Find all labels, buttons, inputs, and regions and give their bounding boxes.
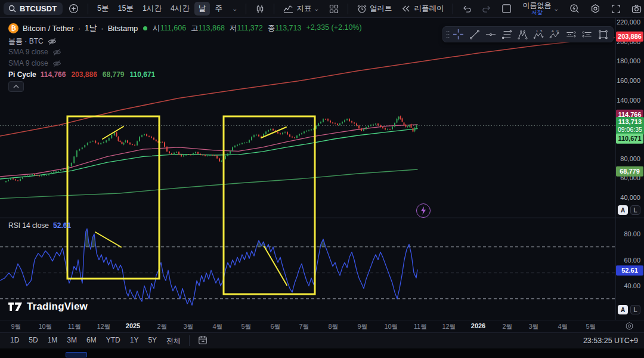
replay-button[interactable]: 리플레이 — [398, 2, 448, 16]
tool-long-position[interactable] — [563, 27, 579, 42]
log-scale-button[interactable]: L — [630, 205, 640, 215]
time-axis-label: 7월 — [299, 322, 309, 331]
range-button-6[interactable]: 1Y — [126, 334, 143, 348]
toolbar-separator — [453, 4, 453, 14]
range-button-5[interactable]: YTD — [102, 334, 125, 348]
indicators-button[interactable]: 지표 ⌄ — [279, 2, 323, 16]
tool-rectangle[interactable] — [595, 27, 611, 42]
layout-select-button[interactable] — [497, 2, 516, 16]
indicator-row-sma2[interactable]: SMA 9 close — [8, 59, 61, 67]
log-scale-button[interactable]: L — [630, 305, 640, 314]
ohlc-label: 시 — [153, 24, 160, 32]
calendar-go-icon — [198, 335, 208, 345]
badge-price: 68,779 — [618, 167, 642, 175]
interval-button-4[interactable]: 날 — [194, 2, 210, 16]
tool-pitchfork[interactable] — [515, 27, 531, 42]
rsi-tick: 60.00 — [624, 257, 640, 264]
chart-style-button[interactable] — [251, 2, 269, 16]
drawing-trendline-4[interactable] — [264, 246, 287, 285]
range-button-8[interactable]: 전체 — [162, 334, 185, 348]
clock[interactable]: 23:53:25 UTC+9 — [583, 337, 638, 345]
tool-horizontal-line[interactable] — [482, 27, 499, 42]
tool-abc-pattern[interactable]: AC — [547, 27, 563, 42]
symbol-legend[interactable]: ₿ Bitcoin / Tether · 1날 · Bitstamp 시111,… — [8, 23, 362, 33]
interval-button-0[interactable]: 5분 — [93, 2, 113, 16]
range-button-3[interactable]: 3M — [63, 334, 81, 348]
range-button-1[interactable]: 5D — [24, 334, 42, 348]
rsi-tick: 40.00 — [624, 282, 640, 289]
boost-lightning-icon[interactable] — [416, 203, 431, 218]
chart-canvas[interactable] — [0, 0, 644, 358]
redo-button[interactable] — [478, 3, 496, 14]
alert-button[interactable]: 얼러트 — [353, 2, 397, 16]
tradingview-logo[interactable]: TradingView — [8, 301, 88, 313]
time-axis-label: 9월 — [357, 322, 367, 331]
layout-grid-button[interactable] — [325, 2, 343, 16]
indicator-row-pi-cycle[interactable]: Pi Cycle 114,766203,88668,779110,671 — [8, 70, 155, 79]
interval-button-1[interactable]: 15분 — [114, 2, 138, 16]
price-badge-ref-light-green[interactable]: 110,671 — [616, 134, 643, 144]
layout-name-button[interactable]: 이름없음 저장 ⌄ — [518, 0, 563, 17]
price-tick: 220,000 — [617, 18, 640, 26]
price-badge-pi-upper[interactable]: 203,886 — [616, 32, 643, 42]
time-axis-label: 5월 — [241, 322, 251, 331]
ohlc-label: 종 — [268, 24, 275, 32]
quick-search-button[interactable] — [565, 2, 584, 16]
time-axis-settings-icon[interactable] — [625, 322, 634, 331]
interval-button-3[interactable]: 4시간 — [166, 2, 194, 16]
interval-dropdown-button[interactable]: ⌄ — [228, 4, 242, 14]
time-axis-label: 2025 — [126, 322, 140, 329]
ohlc-item: 저111,372 — [230, 23, 263, 33]
eye-off-icon[interactable] — [52, 60, 61, 67]
eye-off-icon[interactable] — [48, 38, 57, 45]
toolbar-drag-handle[interactable] — [445, 27, 450, 42]
svg-text:5: 5 — [540, 29, 542, 33]
auto-scale-button[interactable]: A — [618, 305, 628, 314]
time-axis-label: 11월 — [414, 322, 427, 331]
overlay-line-ref-light-green — [0, 129, 417, 179]
indicator-row-volume[interactable]: 볼륨 · BTC — [8, 36, 57, 47]
drawing-rectangle-2[interactable] — [224, 116, 315, 294]
go-to-date-button[interactable] — [194, 334, 212, 348]
time-axis[interactable]: 9월10월11월12월20252월3월4월5월6월7월8월9월10월11월12월… — [0, 320, 644, 332]
indicator-row-rsi[interactable]: RSI 14 close 52.61 — [8, 221, 71, 230]
tool-trend-line[interactable] — [466, 27, 482, 42]
ohlc-value: 113,868 — [199, 24, 225, 32]
legend-interval: 1날 — [85, 23, 97, 33]
range-button-4[interactable]: 6M — [82, 334, 101, 348]
floating-drawing-toolbar[interactable]: 15 AC — [442, 26, 614, 42]
price-tick: 40,000 — [620, 194, 640, 201]
tool-elliott-wave[interactable]: 15 — [531, 27, 547, 42]
range-button-2[interactable]: 1M — [44, 334, 62, 348]
undo-button[interactable] — [458, 3, 476, 14]
rsi-value-badge[interactable]: 52.61 — [616, 266, 643, 276]
range-button-7[interactable]: 5Y — [144, 334, 161, 348]
fullscreen-button[interactable] — [607, 2, 625, 16]
indicator-row-sma1[interactable]: SMA 9 close — [8, 48, 61, 56]
drawing-trendline-1[interactable] — [103, 126, 123, 139]
ohlc-label: 고 — [191, 24, 199, 32]
bottom-strip — [0, 348, 644, 358]
tool-short-position[interactable] — [579, 27, 595, 42]
drawing-trendline-3[interactable] — [95, 232, 121, 247]
eye-off-icon[interactable] — [52, 48, 61, 56]
add-symbol-button[interactable] — [64, 2, 83, 16]
interval-button-5[interactable]: 주 — [210, 2, 227, 16]
interval-button-2[interactable]: 1시간 — [138, 2, 166, 16]
screenshot-button[interactable] — [627, 2, 644, 15]
time-axis-label: 8월 — [328, 322, 338, 331]
tool-fib-retracement[interactable] — [499, 27, 515, 42]
price-badge-current-price[interactable]: 113,71309:06:35 — [616, 117, 644, 135]
time-axis-label: 4월 — [558, 322, 568, 331]
drawing-rectangle-1[interactable] — [67, 116, 159, 279]
save-label[interactable]: 저장 — [531, 10, 543, 16]
range-button-0[interactable]: 1D — [6, 334, 23, 348]
auto-scale-button[interactable]: A — [618, 205, 628, 215]
chevron-up-icon — [13, 85, 19, 88]
market-status-dot[interactable] — [143, 26, 147, 30]
collapse-indicators-button[interactable] — [8, 81, 24, 92]
price-badge-ref-green[interactable]: 68,779 — [616, 166, 643, 177]
settings-button[interactable] — [586, 2, 605, 16]
tool-crosshair[interactable] — [450, 27, 466, 42]
symbol-search-button[interactable]: BTCUSDT — [4, 2, 63, 15]
